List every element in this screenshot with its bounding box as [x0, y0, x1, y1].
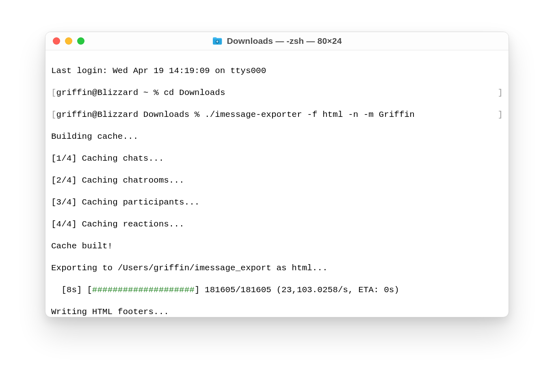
zoom-icon[interactable]	[77, 37, 84, 45]
terminal-line: Building cache...	[51, 131, 503, 142]
terminal-line: [1/4] Caching chats...	[51, 153, 503, 164]
terminal-line: Last login: Wed Apr 19 14:19:09 on ttys0…	[51, 65, 503, 76]
svg-point-0	[216, 40, 219, 44]
terminal-line: Writing HTML footers...	[51, 306, 503, 317]
bracket-icon: [	[51, 110, 56, 119]
window-title-text: Downloads — -zsh — 80×24	[227, 36, 342, 46]
progress-bar: ####################	[92, 285, 195, 295]
terminal-progress-line: [8s] [####################] 181605/18160…	[51, 284, 503, 295]
terminal-line: Exporting to /Users/griffin/imessage_exp…	[51, 263, 503, 274]
progress-suffix: ] 181605/181605 (23,103.0258/s, ETA: 0s)	[195, 285, 399, 295]
bracket-icon: ]	[498, 87, 503, 98]
bracket-icon: ]	[498, 109, 503, 120]
terminal-window: Downloads — -zsh — 80×24 Last login: Wed…	[45, 32, 509, 317]
minimize-icon[interactable]	[65, 37, 72, 45]
terminal-text: griffin@Blizzard ~ % cd Downloads	[56, 88, 225, 97]
terminal-line: [2/4] Caching chatrooms...	[51, 175, 503, 186]
folder-downloads-icon	[212, 37, 223, 45]
close-icon[interactable]	[53, 37, 60, 45]
terminal-line: [griffin@Blizzard Downloads % ./imessage…	[51, 109, 503, 120]
terminal-body[interactable]: Last login: Wed Apr 19 14:19:09 on ttys0…	[45, 50, 509, 317]
window-title: Downloads — -zsh — 80×24	[45, 36, 509, 46]
terminal-line: [4/4] Caching reactions...	[51, 219, 503, 230]
bracket-icon: [	[51, 88, 56, 97]
terminal-line: Cache built!	[51, 241, 503, 252]
terminal-line: [griffin@Blizzard ~ % cd Downloads]	[51, 87, 503, 98]
terminal-line: [3/4] Caching participants...	[51, 197, 503, 208]
terminal-text: griffin@Blizzard Downloads % ./imessage-…	[56, 110, 415, 119]
progress-prefix: [8s] [	[51, 285, 92, 295]
titlebar[interactable]: Downloads — -zsh — 80×24	[45, 32, 509, 50]
window-controls	[45, 37, 84, 45]
